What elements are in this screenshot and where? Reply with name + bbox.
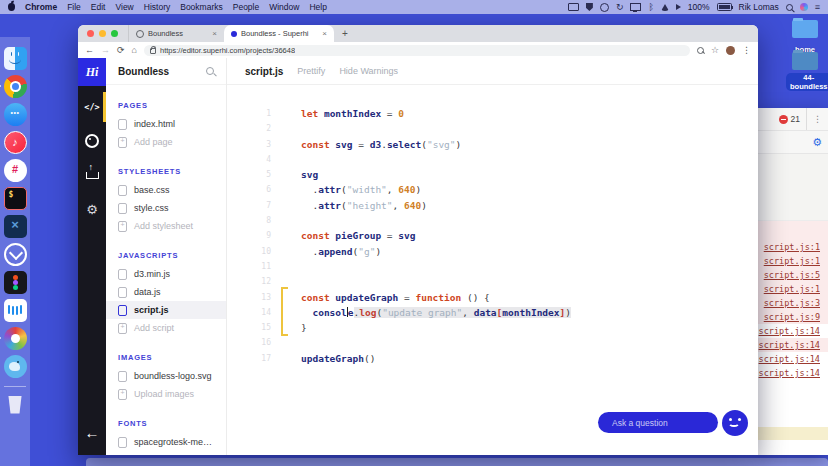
menu-view[interactable]: View bbox=[115, 2, 133, 12]
menu-edit[interactable]: Edit bbox=[91, 2, 106, 12]
desktop-icon-44-boundless[interactable]: 44-boundless bbox=[786, 52, 824, 93]
preview-button[interactable] bbox=[78, 128, 106, 154]
sync-icon[interactable]: ↻ bbox=[616, 3, 624, 12]
menu-history[interactable]: History bbox=[144, 2, 170, 12]
profile-avatar[interactable] bbox=[726, 46, 735, 55]
code-line-5[interactable]: 5svg bbox=[227, 167, 758, 182]
hide-warnings-button[interactable]: Hide Warnings bbox=[339, 66, 398, 76]
help-smiley-button[interactable] bbox=[722, 410, 748, 436]
superhi-logo[interactable]: Hi bbox=[78, 58, 106, 86]
back-button[interactable]: ← bbox=[85, 45, 94, 55]
sidebar-item-style-css[interactable]: style.css bbox=[106, 199, 226, 217]
sidebar-item-boundless-logo-svg[interactable]: boundless-logo.svg bbox=[106, 367, 226, 385]
console-gear-icon[interactable]: ⚙ bbox=[812, 136, 822, 149]
code-line-7[interactable]: 7 .attr("height", 640) bbox=[227, 198, 758, 213]
screen-mirroring-icon[interactable] bbox=[568, 3, 579, 11]
clock-menu-icon[interactable] bbox=[600, 3, 609, 12]
code-line-13[interactable]: 13const updateGraph = function () { bbox=[227, 290, 758, 305]
menu-help[interactable]: Help bbox=[309, 2, 326, 12]
sidebar-item-index-html[interactable]: index.html bbox=[106, 115, 226, 133]
twitterrific-dock-icon[interactable] bbox=[4, 355, 27, 378]
sidebar-item-add-script[interactable]: Add script bbox=[106, 319, 226, 337]
search-icon[interactable] bbox=[206, 67, 214, 75]
code-line-6[interactable]: 6 .attr("width", 640) bbox=[227, 182, 758, 197]
control-center-icon[interactable]: ≡ bbox=[815, 3, 820, 12]
forward-button[interactable]: → bbox=[101, 45, 110, 55]
display-menu-icon[interactable] bbox=[630, 3, 641, 11]
error-source-link[interactable]: script.js:14 bbox=[759, 340, 820, 350]
media-swirl-dock-icon[interactable] bbox=[4, 327, 27, 350]
finder-dock-icon[interactable] bbox=[4, 47, 27, 70]
sidebar-item-upload-images[interactable]: Upload images bbox=[106, 385, 226, 403]
figma-dock-icon[interactable] bbox=[4, 271, 27, 294]
sidebar-item-spacegrotesk-me-[interactable]: spacegrotesk-me… bbox=[106, 433, 226, 451]
sidebar-item-add-stylesheet[interactable]: Add stylesheet bbox=[106, 217, 226, 235]
zoom-page-icon[interactable] bbox=[697, 47, 704, 54]
sidebar-item-d3-min-js[interactable]: d3.min.js bbox=[106, 265, 226, 283]
sidebar-item-script-js[interactable]: script.js bbox=[106, 301, 226, 319]
code-view-button[interactable]: </> bbox=[78, 94, 106, 120]
chrome-dock-icon[interactable] bbox=[4, 75, 27, 98]
new-tab-button[interactable]: + bbox=[342, 28, 348, 39]
close-tab-icon[interactable]: × bbox=[322, 29, 327, 38]
menu-file[interactable]: File bbox=[67, 2, 81, 12]
close-tab-icon[interactable]: × bbox=[212, 29, 217, 38]
close-window-button[interactable] bbox=[87, 30, 94, 37]
desktop-icon-home[interactable]: home bbox=[786, 20, 824, 56]
bookmark-star-icon[interactable]: ☆ bbox=[711, 45, 719, 55]
error-source-link[interactable]: script.js:1 bbox=[764, 242, 820, 252]
background-editor-window[interactable]: 21 ⋮ ⚙ script.js:1script.js:1script.js:5… bbox=[753, 108, 828, 455]
menu-people[interactable]: People bbox=[233, 2, 259, 12]
error-source-link[interactable]: script.js:5 bbox=[764, 270, 820, 280]
code-line-3[interactable]: 3const svg = d3.select("svg") bbox=[227, 137, 758, 152]
siri-icon[interactable] bbox=[800, 3, 808, 11]
bluetooth-icon[interactable]: ᛒ bbox=[648, 3, 653, 12]
music-dock-icon[interactable] bbox=[4, 131, 27, 154]
error-source-link[interactable]: script.js:14 bbox=[759, 326, 820, 336]
code-line-1[interactable]: 1let monthIndex = 0 bbox=[227, 106, 758, 121]
settings-button[interactable]: ⚙ bbox=[78, 196, 106, 222]
error-source-link[interactable]: script.js:1 bbox=[764, 284, 820, 294]
user-menu[interactable]: Rik Lomas bbox=[739, 2, 779, 12]
menu-bookmarks[interactable]: Bookmarks bbox=[180, 2, 223, 12]
menu-chrome[interactable]: Chrome bbox=[25, 2, 57, 12]
code-line-2[interactable]: 2 bbox=[227, 121, 758, 136]
reload-button[interactable]: ⟳ bbox=[117, 45, 125, 55]
code-area[interactable]: 1let monthIndex = 023const svg = d3.sele… bbox=[227, 85, 758, 455]
tab-boundless-superhi[interactable]: Boundless - Superhi × bbox=[224, 25, 334, 42]
code-line-16[interactable]: 16 bbox=[227, 335, 758, 350]
sidebar-item-base-css[interactable]: base.css bbox=[106, 181, 226, 199]
trash-dock-icon[interactable] bbox=[4, 394, 27, 417]
address-bar[interactable]: https://editor.superhi.com/projects/3664… bbox=[144, 45, 690, 56]
code-line-9[interactable]: 9const pieGroup = svg bbox=[227, 228, 758, 243]
sidebar-item-add-page[interactable]: Add page bbox=[106, 133, 226, 151]
back-arrow-button[interactable]: ← bbox=[78, 424, 106, 441]
password-manager-icon[interactable] bbox=[586, 3, 593, 11]
code-line-8[interactable]: 8 bbox=[227, 213, 758, 228]
browser-menu-icon[interactable]: ⋮ bbox=[742, 45, 751, 55]
code-line-12[interactable]: 12 bbox=[227, 274, 758, 289]
mail-dock-icon[interactable] bbox=[4, 243, 27, 266]
minimize-window-button[interactable] bbox=[99, 30, 106, 37]
error-source-link[interactable]: script.js:14 bbox=[759, 368, 820, 378]
volume-icon[interactable] bbox=[676, 4, 681, 10]
error-source-link[interactable]: script.js:1 bbox=[764, 256, 820, 266]
ask-question-button[interactable]: Ask a question bbox=[598, 412, 718, 433]
code-line-15[interactable]: 15} bbox=[227, 320, 758, 335]
slack-dock-icon[interactable] bbox=[4, 159, 27, 182]
tab-boundless[interactable]: Boundless × bbox=[128, 25, 224, 42]
wifi-icon[interactable] bbox=[661, 4, 669, 11]
code-line-17[interactable]: 17updateGraph() bbox=[227, 351, 758, 366]
messages-dock-icon[interactable] bbox=[4, 103, 27, 126]
console-menu-icon[interactable]: ⋮ bbox=[806, 108, 828, 130]
error-source-link[interactable]: script.js:9 bbox=[764, 312, 820, 322]
prettify-button[interactable]: Prettify bbox=[297, 66, 325, 76]
apple-menu-icon[interactable] bbox=[8, 3, 15, 11]
sidebar-item-data-js[interactable]: data.js bbox=[106, 283, 226, 301]
code-line-14[interactable]: 14 console.log("update graph", data[mont… bbox=[227, 305, 758, 320]
menu-window[interactable]: Window bbox=[269, 2, 299, 12]
terminal-dock-icon[interactable] bbox=[4, 187, 27, 210]
code-line-4[interactable]: 4 bbox=[227, 152, 758, 167]
code-line-10[interactable]: 10 .append("g") bbox=[227, 244, 758, 259]
intercom-dock-icon[interactable] bbox=[4, 299, 27, 322]
